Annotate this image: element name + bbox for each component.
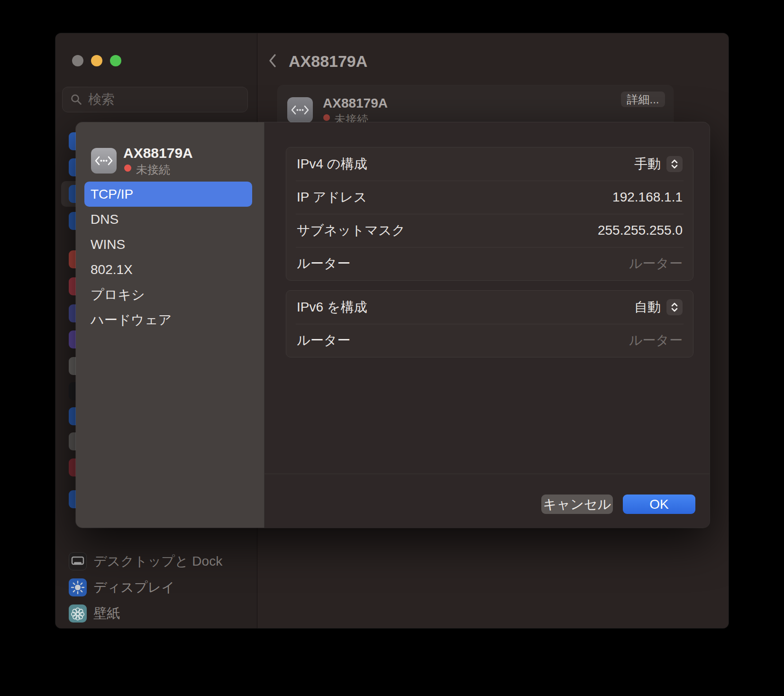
search-icon [70, 93, 82, 106]
tcpip-settings-sheet: AX88179A 未接続 TCP/IP DNS WINS 802.1X プロキシ… [76, 122, 710, 528]
ipv4-router-row: ルーター ルーター [286, 247, 693, 280]
sidebar-item-wallpaper[interactable]: 壁紙 [69, 604, 120, 623]
ipv6-router-row: ルーター ルーター [286, 324, 693, 357]
ok-button[interactable]: OK [623, 495, 695, 514]
chevron-up-down-icon [670, 159, 679, 169]
back-button[interactable] [268, 54, 277, 68]
tab-wins[interactable]: WINS [84, 232, 252, 257]
tab-hardware[interactable]: ハードウェア [84, 307, 252, 332]
desktop-dock-icon [69, 552, 87, 570]
search-placeholder: 検索 [88, 91, 115, 109]
device-name: AX88179A [323, 96, 388, 111]
ipv6-config-popup-stepper[interactable] [666, 299, 683, 315]
window-close-button[interactable] [72, 55, 83, 66]
ipv4-config-row: IPv4 の構成 手動 [286, 147, 693, 181]
sidebar-item-label: ディスプレイ [93, 578, 175, 596]
ipv6-router-field[interactable]: ルーター [629, 331, 683, 349]
screen: 検索 [0, 0, 784, 696]
sidebar-item-label: 壁紙 [93, 604, 120, 623]
ipv6-router-label: ルーター [297, 331, 350, 349]
ethernet-adapter-icon [287, 97, 313, 123]
ipv4-config-value: 手動 [634, 155, 661, 173]
window-minimize-button[interactable] [91, 55, 102, 66]
sidebar-item-desktop-dock[interactable]: デスクトップと Dock [69, 552, 222, 570]
button-bar-divider [264, 474, 710, 474]
subnet-mask-label: サブネットマスク [297, 221, 405, 239]
ipv6-config-value: 自動 [634, 298, 661, 316]
sheet-tab-list: TCP/IP DNS WINS 802.1X プロキシ ハードウェア [84, 182, 252, 332]
display-icon [69, 578, 87, 596]
details-button[interactable]: 詳細... [621, 92, 665, 107]
ipv6-settings-group: IPv6 を構成 自動 ルーター ルーター [286, 290, 693, 357]
tab-proxy[interactable]: プロキシ [84, 282, 252, 307]
status-dot [323, 114, 330, 121]
ipv4-router-label: ルーター [297, 255, 350, 273]
ipv4-config-popup-stepper[interactable] [666, 156, 683, 172]
status-text: 未接続 [136, 162, 170, 177]
ethernet-adapter-icon [91, 148, 117, 174]
tab-tcpip[interactable]: TCP/IP [84, 182, 252, 207]
status-dot [124, 165, 131, 172]
sheet-sidebar: AX88179A 未接続 TCP/IP DNS WINS 802.1X プロキシ… [76, 122, 264, 528]
ipv4-router-field[interactable]: ルーター [629, 255, 683, 273]
subnet-mask-row: サブネットマスク 255.255.255.0 [286, 214, 693, 247]
ip-address-row: IP アドレス 192.168.1.1 [286, 181, 693, 214]
ip-address-label: IP アドレス [297, 188, 367, 206]
wallpaper-icon [69, 604, 87, 623]
cancel-button[interactable]: キャンセル [541, 495, 613, 514]
ipv6-config-row: IPv6 を構成 自動 [286, 291, 693, 324]
sidebar-search-field[interactable]: 検索 [62, 87, 248, 112]
ipv6-config-label: IPv6 を構成 [297, 298, 367, 316]
ipv4-settings-group: IPv4 の構成 手動 IP アドレス 192.168.1.1 サブネットマスク [286, 147, 693, 281]
sidebar-item-display[interactable]: ディスプレイ [69, 578, 175, 596]
device-name: AX88179A [123, 145, 193, 161]
tab-8021x[interactable]: 802.1X [84, 257, 252, 282]
sidebar-item-label: デスクトップと Dock [93, 552, 222, 570]
window-zoom-button[interactable] [110, 55, 121, 66]
page-title: AX88179A [289, 52, 367, 71]
chevron-up-down-icon [670, 302, 679, 312]
subnet-mask-field[interactable]: 255.255.255.0 [598, 223, 683, 238]
tab-dns[interactable]: DNS [84, 207, 252, 232]
ipv4-config-label: IPv4 の構成 [297, 155, 367, 173]
ip-address-field[interactable]: 192.168.1.1 [612, 190, 683, 205]
